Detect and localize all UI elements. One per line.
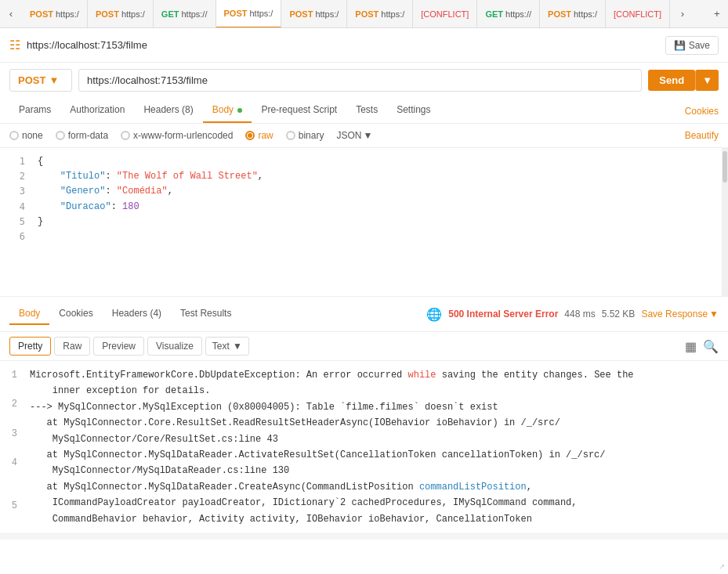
tab-authorization[interactable]: Authorization — [60, 98, 134, 123]
send-dropdown-button[interactable]: ▼ — [695, 70, 719, 91]
resp-time: 448 ms — [564, 309, 595, 319]
json-format-select[interactable]: JSON ▼ — [336, 130, 372, 141]
tab-url-9: https:/ — [574, 9, 597, 19]
radio-label-urlencoded: x-www-form-urlencoded — [133, 130, 233, 141]
tab-prerequest[interactable]: Pre-request Script — [252, 98, 346, 123]
tab-item-6[interactable]: POST https:/ — [347, 0, 413, 28]
address-url: https://localhost:7153/filme — [27, 39, 665, 51]
line-num-1: 1 — [9, 154, 25, 169]
fmt-preview-button[interactable]: Preview — [93, 337, 144, 356]
radio-dot-none — [9, 131, 19, 140]
save-label: Save — [689, 40, 710, 51]
postman-icon: ☷ — [9, 38, 20, 52]
save-response-button[interactable]: Save Response ▼ — [641, 309, 719, 319]
radio-label-binary: binary — [299, 130, 324, 141]
tab-method-3: GET — [161, 9, 179, 19]
tab-item-4[interactable]: POST https:/ — [216, 0, 282, 28]
radio-dot-urlencoded — [121, 131, 130, 140]
nav-tabs-right: Cookies — [685, 105, 719, 117]
editor-scrollbar[interactable] — [722, 148, 728, 296]
radio-dot-form-data — [56, 131, 65, 140]
line-num-4: 4 — [9, 200, 25, 215]
radio-label-none: none — [22, 130, 43, 141]
beautify-button[interactable]: Beautify — [685, 130, 719, 141]
resp-status-area: 🌐 500 Internal Server Error 448 ms 5.52 … — [426, 307, 719, 322]
tab-item-5[interactable]: POST https:/ — [281, 0, 347, 28]
tab-body[interactable]: Body — [203, 98, 252, 123]
text-format-label: Text — [212, 341, 230, 352]
resp-size: 5.52 KB — [602, 309, 636, 319]
tab-method-8: GET — [485, 9, 503, 19]
fmt-icons: ▦ 🔍 — [685, 339, 719, 354]
method-select[interactable]: POST ▼ — [9, 69, 72, 92]
resp-line-num-2: 2 — [9, 396, 17, 412]
save-button[interactable]: 💾 Save — [665, 36, 719, 55]
resp-content[interactable]: Microsoft.EntityFrameworkCore.DbUpdateEx… — [24, 361, 728, 533]
code-content[interactable]: { "Titulo": "The Wolf of Wall Street", "… — [31, 148, 722, 296]
corner-resize-icon: ↗ — [719, 562, 725, 571]
tab-url-3: https:// — [181, 9, 207, 19]
resp-line-num-1: 1 — [9, 367, 17, 383]
tab-params[interactable]: Params — [9, 98, 60, 123]
tab-settings[interactable]: Settings — [387, 98, 440, 123]
line-num-3: 3 — [9, 184, 25, 199]
tab-item-2[interactable]: POST https:/ — [88, 0, 154, 28]
tab-url-1: https:/ — [56, 9, 79, 19]
response-header: Body Cookies Headers (4) Test Results 🌐 … — [0, 297, 728, 332]
resp-line-num-3: 3 — [9, 426, 17, 442]
tab-method-6: POST — [355, 9, 378, 19]
save-icon: 💾 — [674, 40, 686, 51]
copy-icon[interactable]: ▦ — [685, 339, 697, 354]
tab-label-10: [CONFLICT] — [614, 9, 661, 19]
resp-tab-body[interactable]: Body — [9, 303, 49, 325]
tab-prev-button[interactable]: ‹ — [0, 0, 22, 28]
tab-tests[interactable]: Tests — [346, 98, 387, 123]
request-bar: POST ▼ Send ▼ — [0, 63, 728, 98]
radio-binary[interactable]: binary — [286, 130, 324, 141]
tab-item-8[interactable]: GET https:// — [477, 0, 540, 28]
radio-form-data[interactable]: form-data — [56, 130, 108, 141]
tab-item-10[interactable]: [CONFLICT] — [606, 0, 670, 28]
line-numbers: 1 2 3 4 5 6 — [0, 148, 31, 296]
url-input[interactable] — [78, 69, 642, 92]
editor-scrollbar-thumb[interactable] — [723, 151, 727, 182]
globe-icon: 🌐 — [426, 307, 442, 322]
tab-item-1[interactable]: POST https:/ — [22, 0, 88, 28]
line-num-5: 5 — [9, 215, 25, 229]
search-icon[interactable]: 🔍 — [703, 339, 719, 354]
status-code: 500 Internal Server Error — [448, 309, 558, 319]
line-num-2: 2 — [9, 169, 25, 184]
tab-item-9[interactable]: POST https:/ — [540, 0, 606, 28]
radio-urlencoded[interactable]: x-www-form-urlencoded — [121, 130, 233, 141]
fmt-pretty-button[interactable]: Pretty — [9, 337, 51, 356]
tab-label-7: [CONFLICT] — [421, 9, 469, 19]
code-editor: 1 2 3 4 5 6 { "Titulo": "The Wolf of Wal… — [0, 148, 728, 297]
tab-url-5: https:/ — [315, 9, 339, 19]
cookies-link[interactable]: Cookies — [685, 106, 719, 117]
tab-method-1: POST — [30, 9, 53, 19]
tab-add-button[interactable]: + — [706, 0, 728, 28]
resp-tab-test-results[interactable]: Test Results — [171, 303, 241, 325]
resize-handle[interactable]: ↗ — [0, 533, 728, 540]
resp-tab-cookies[interactable]: Cookies — [49, 303, 102, 325]
tab-headers[interactable]: Headers (8) — [134, 98, 202, 123]
send-button[interactable]: Send — [648, 70, 695, 91]
resp-tab-headers[interactable]: Headers (4) — [103, 303, 171, 325]
text-format-select[interactable]: Text ▼ — [205, 337, 249, 356]
json-chevron-icon: ▼ — [363, 130, 372, 141]
fmt-visualize-button[interactable]: Visualize — [147, 337, 202, 356]
body-options: none form-data x-www-form-urlencoded raw… — [0, 124, 728, 148]
tab-item-7[interactable]: [CONFLICT] — [413, 0, 477, 28]
fmt-raw-button[interactable]: Raw — [54, 337, 90, 356]
radio-raw[interactable]: raw — [245, 130, 273, 141]
radio-none[interactable]: none — [9, 130, 43, 141]
tab-method-9: POST — [548, 9, 571, 19]
text-format-chevron-icon: ▼ — [233, 341, 242, 352]
save-response-label: Save Response — [641, 309, 708, 319]
tab-item-3[interactable]: GET https:// — [154, 0, 216, 28]
method-chevron-icon: ▼ — [49, 74, 59, 86]
address-bar: ☷ https://localhost:7153/filme 💾 Save — [0, 28, 728, 63]
tab-next-button[interactable]: › — [672, 0, 694, 28]
method-value: POST — [18, 74, 45, 86]
tab-method-5: POST — [289, 9, 313, 19]
